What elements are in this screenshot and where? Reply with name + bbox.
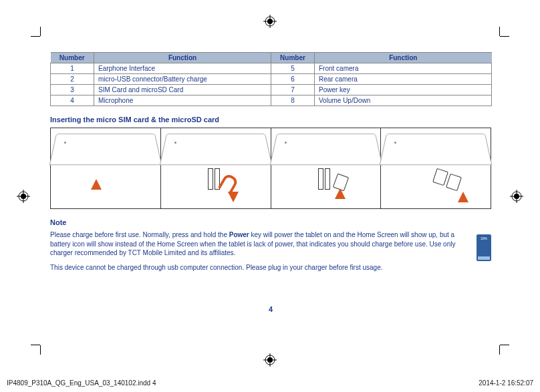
cell-number: 5 xyxy=(271,63,315,74)
note-text-pre: Please charge before first use. Normally… xyxy=(50,231,229,238)
document-page: Number Function Number Function 1 Earpho… xyxy=(50,52,491,313)
figure-step xyxy=(161,128,271,208)
note-text-bold: Power xyxy=(229,231,249,238)
low-battery-icon xyxy=(477,234,491,261)
cell-number: 8 xyxy=(271,95,315,106)
note-block: Please charge before first use. Normally… xyxy=(50,230,491,272)
table-row: 4 Microphone 8 Volume Up/Down xyxy=(51,95,492,106)
arrow-up-icon xyxy=(335,188,346,199)
figure-step xyxy=(381,128,491,208)
cell-number: 1 xyxy=(51,63,94,74)
table-row: 2 micro-USB connector/Battery charge 6 R… xyxy=(51,74,492,85)
note-heading: Note xyxy=(50,218,491,226)
cell-number: 2 xyxy=(51,74,94,85)
table-row: 1 Earphone Interface 5 Front camera xyxy=(51,63,492,74)
footer-file: IP4809_P310A_QG_Eng_USA_03_140102.indd 4 xyxy=(7,379,156,387)
registration-mark-icon xyxy=(263,15,277,28)
cell-number: 4 xyxy=(51,95,94,106)
registration-mark-icon xyxy=(510,190,523,203)
cell-function: Earphone Interface xyxy=(94,63,271,74)
svg-point-7 xyxy=(267,357,273,363)
cell-number: 6 xyxy=(271,74,315,85)
cell-function: micro-USB connector/Battery charge xyxy=(94,74,271,85)
arrow-up-icon xyxy=(458,192,468,202)
cell-number: 3 xyxy=(51,85,94,95)
col-function: Function xyxy=(94,53,271,63)
sim-card-icon xyxy=(432,168,448,186)
figure-step xyxy=(51,128,161,208)
svg-point-3 xyxy=(267,19,273,24)
arrow-down-icon xyxy=(228,192,239,202)
microsd-card-icon xyxy=(446,174,462,191)
table-header-row: Number Function Number Function xyxy=(51,53,492,63)
cell-function: Volume Up/Down xyxy=(315,95,492,106)
cell-function: Power key xyxy=(315,85,492,95)
table-row: 3 SIM Card and microSD Card 7 Power key xyxy=(51,85,492,95)
arrow-up-icon xyxy=(91,179,102,190)
cell-function: Rear camera xyxy=(315,74,492,85)
figure-strip xyxy=(50,128,491,209)
footer-timestamp: 2014-1-2 16:52:07 xyxy=(479,379,533,387)
cell-function: Front camera xyxy=(315,63,492,74)
figure-step xyxy=(271,128,382,208)
registration-mark-icon xyxy=(17,190,30,203)
cell-number: 7 xyxy=(271,85,315,95)
cell-function: Microphone xyxy=(94,95,271,106)
svg-point-11 xyxy=(21,194,26,199)
note-text: Please charge before first use. Normally… xyxy=(50,230,471,272)
svg-point-15 xyxy=(514,194,519,199)
col-number: Number xyxy=(51,53,94,63)
col-number: Number xyxy=(271,53,315,63)
print-footer: IP4809_P310A_QG_Eng_USA_03_140102.indd 4… xyxy=(7,379,533,387)
function-table: Number Function Number Function 1 Earpho… xyxy=(50,52,492,106)
note-text-2: This device cannot be charged through us… xyxy=(50,264,383,271)
section-title: Inserting the micro SIM card & the micro… xyxy=(50,116,491,124)
col-function: Function xyxy=(315,53,492,63)
registration-mark-icon xyxy=(263,353,277,367)
page-number: 4 xyxy=(50,305,491,313)
cell-function: SIM Card and microSD Card xyxy=(94,85,271,95)
